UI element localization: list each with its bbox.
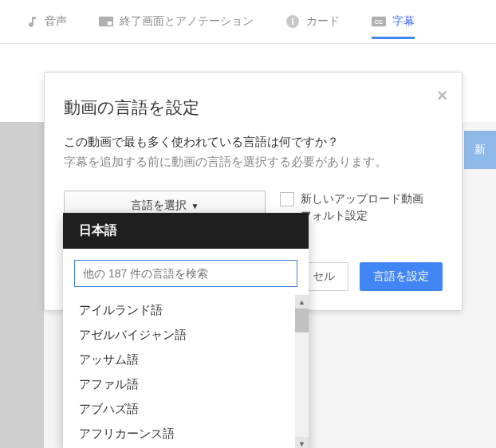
chevron-down-icon: ▼ [191,202,199,210]
language-dropdown: 日本語 アイルランド語 アゼルバイジャン語 アッサム語 アファル語 アブハズ語 … [63,213,309,448]
checkbox-line2: フォルト設定 [301,209,368,222]
checkbox-icon[interactable] [280,192,294,206]
cancel-label: セル [313,269,335,284]
modal-question: この動画で最も多く使われている言語は何ですか？ [64,135,443,150]
svg-text:CC: CC [375,18,383,26]
close-icon[interactable]: × [437,87,447,104]
svg-rect-3 [292,21,293,25]
tab-cards[interactable]: カード [285,5,340,38]
scrollbar[interactable]: ▲ ▼ [295,295,309,448]
modal-subtext: 字幕を追加する前に動画の言語を選択する必要があります。 [64,155,443,170]
video-thumb-placeholder [0,122,44,448]
list-item[interactable]: アファル語 [63,372,309,397]
dropdown-selected[interactable]: 日本語 [63,213,309,249]
tab-cards-label: カード [306,14,340,29]
dropdown-list-wrap: アイルランド語 アゼルバイジャン語 アッサム語 アファル語 アブハズ語 アフリカ… [63,295,309,448]
list-item[interactable]: アブハズ語 [63,397,309,422]
tab-endscreen[interactable]: 終了画面とアノテーション [99,5,254,38]
checkbox-line1: 新しいアップロード動画 [301,192,423,205]
tab-bar: 音声 終了画面とアノテーション カード CC 字幕 [0,0,496,44]
tab-subtitles[interactable]: CC 字幕 [372,5,415,38]
side-new-label: 新 [474,143,486,157]
cc-icon: CC [372,14,386,29]
language-list: アイルランド語 アゼルバイジャン語 アッサム語 アファル語 アブハズ語 アフリカ… [63,295,309,448]
tab-audio[interactable]: 音声 [24,5,67,38]
tab-endscreen-label: 終了画面とアノテーション [120,14,254,29]
tab-underline [372,37,415,39]
tab-subtitles-label: 字幕 [392,14,415,29]
list-item[interactable]: アゼルバイジャン語 [63,323,309,348]
checkbox-text: 新しいアップロード動画 フォルト設定 [301,191,423,224]
modal-title: 動画の言語を設定 [64,96,443,119]
language-select-label: 言語を選択 [131,198,187,213]
endscreen-icon [99,14,113,29]
music-note-icon [24,14,38,29]
scroll-thumb[interactable] [295,308,309,332]
confirm-button[interactable]: 言語を設定 [360,262,443,291]
list-item[interactable]: アッサム語 [63,348,309,372]
side-new-button[interactable]: 新 [464,131,496,169]
confirm-label: 言語を設定 [373,269,429,284]
tab-audio-label: 音声 [45,14,67,29]
scroll-up-icon[interactable]: ▲ [295,295,309,308]
dropdown-search-wrap [63,249,309,295]
list-item[interactable]: アイルランド語 [63,298,309,323]
scroll-down-icon[interactable]: ▼ [295,437,309,448]
info-icon [285,14,300,29]
language-search-input[interactable] [74,260,297,287]
svg-rect-4 [292,18,293,20]
list-item[interactable]: アフリカーンス語 [63,422,309,446]
svg-rect-1 [108,22,112,26]
